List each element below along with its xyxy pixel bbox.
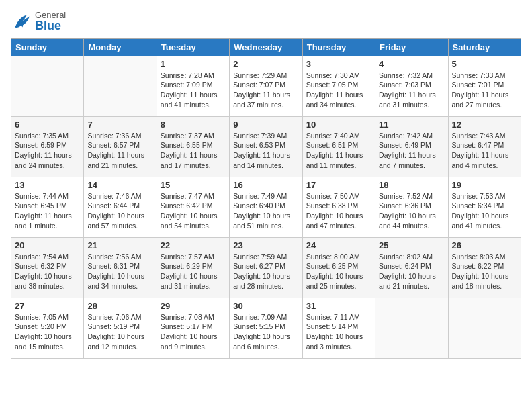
day-number: 10 xyxy=(306,120,371,130)
sunset-text: Sunset: 6:29 PM xyxy=(161,262,213,270)
sunrise-text: Sunrise: 7:08 AM xyxy=(161,313,214,321)
cell-content: Sunrise: 8:03 AM Sunset: 6:22 PM Dayligh… xyxy=(452,252,517,291)
weekday-header-monday: Monday xyxy=(84,38,157,56)
sunset-text: Sunset: 6:45 PM xyxy=(15,201,67,210)
day-number: 11 xyxy=(379,120,444,130)
cell-content: Sunrise: 7:08 AM Sunset: 5:17 PM Dayligh… xyxy=(161,312,226,352)
sunrise-text: Sunrise: 7:47 AM xyxy=(161,192,214,200)
daylight-text: Daylight: 10 hours and 28 minutes. xyxy=(233,272,290,290)
day-number: 9 xyxy=(233,120,298,130)
cell-content: Sunrise: 7:54 AM Sunset: 6:32 PM Dayligh… xyxy=(15,252,80,291)
sunrise-text: Sunrise: 7:09 AM xyxy=(233,313,287,321)
sunrise-text: Sunrise: 7:54 AM xyxy=(15,253,69,261)
page-header: General Blue xyxy=(11,11,521,33)
sunrise-text: Sunrise: 7:36 AM xyxy=(87,132,141,140)
day-number: 27 xyxy=(15,301,80,311)
daylight-text: Daylight: 10 hours and 18 minutes. xyxy=(452,272,509,290)
day-number: 14 xyxy=(87,180,152,190)
day-number: 29 xyxy=(161,301,226,311)
sunrise-text: Sunrise: 8:03 AM xyxy=(452,253,506,261)
calendar-cell: 2 Sunrise: 7:29 AM Sunset: 7:07 PM Dayli… xyxy=(230,56,302,116)
cell-content: Sunrise: 7:11 AM Sunset: 5:14 PM Dayligh… xyxy=(306,312,371,352)
cell-content: Sunrise: 7:40 AM Sunset: 6:51 PM Dayligh… xyxy=(306,131,371,171)
sunset-text: Sunset: 6:22 PM xyxy=(452,262,504,270)
sunrise-text: Sunrise: 7:05 AM xyxy=(15,313,69,321)
sunrise-text: Sunrise: 7:39 AM xyxy=(233,132,287,140)
calendar-cell xyxy=(84,56,157,116)
sunrise-text: Sunrise: 7:35 AM xyxy=(15,132,69,140)
daylight-text: Daylight: 11 hours and 21 minutes. xyxy=(87,151,144,169)
daylight-text: Daylight: 10 hours and 3 minutes. xyxy=(306,332,363,351)
daylight-text: Daylight: 10 hours and 51 minutes. xyxy=(233,212,290,230)
daylight-text: Daylight: 11 hours and 4 minutes. xyxy=(452,151,509,169)
sunrise-text: Sunrise: 7:57 AM xyxy=(161,253,214,261)
cell-content: Sunrise: 7:35 AM Sunset: 6:59 PM Dayligh… xyxy=(15,131,80,171)
sunrise-text: Sunrise: 7:46 AM xyxy=(87,192,141,200)
day-number: 4 xyxy=(379,59,444,69)
sunset-text: Sunset: 6:32 PM xyxy=(15,262,67,270)
day-number: 6 xyxy=(15,120,80,130)
sunset-text: Sunset: 6:38 PM xyxy=(306,201,359,210)
calendar-week-row: 20 Sunrise: 7:54 AM Sunset: 6:32 PM Dayl… xyxy=(11,237,521,298)
sunrise-text: Sunrise: 7:53 AM xyxy=(452,192,506,200)
day-number: 21 xyxy=(87,240,152,250)
sunrise-text: Sunrise: 7:29 AM xyxy=(233,71,287,79)
calendar-table: SundayMondayTuesdayWednesdayThursdayFrid… xyxy=(11,38,521,359)
sunset-text: Sunset: 5:17 PM xyxy=(161,322,213,330)
calendar-cell: 22 Sunrise: 7:57 AM Sunset: 6:29 PM Dayl… xyxy=(157,237,229,298)
cell-content: Sunrise: 7:59 AM Sunset: 6:27 PM Dayligh… xyxy=(233,252,298,291)
calendar-cell: 10 Sunrise: 7:40 AM Sunset: 6:51 PM Dayl… xyxy=(302,116,375,177)
calendar-cell: 7 Sunrise: 7:36 AM Sunset: 6:57 PM Dayli… xyxy=(84,116,157,177)
daylight-text: Daylight: 10 hours and 9 minutes. xyxy=(161,332,218,351)
daylight-text: Daylight: 10 hours and 31 minutes. xyxy=(161,272,218,290)
sunset-text: Sunset: 7:05 PM xyxy=(306,81,359,89)
calendar-cell: 16 Sunrise: 7:49 AM Sunset: 6:40 PM Dayl… xyxy=(230,177,302,237)
sunrise-text: Sunrise: 7:52 AM xyxy=(379,192,433,200)
sunrise-text: Sunrise: 7:44 AM xyxy=(15,192,69,200)
daylight-text: Daylight: 10 hours and 34 minutes. xyxy=(87,272,144,290)
daylight-text: Daylight: 10 hours and 47 minutes. xyxy=(306,212,363,230)
calendar-cell: 13 Sunrise: 7:44 AM Sunset: 6:45 PM Dayl… xyxy=(11,177,84,237)
sunset-text: Sunset: 6:34 PM xyxy=(452,201,504,210)
cell-content: Sunrise: 7:43 AM Sunset: 6:47 PM Dayligh… xyxy=(452,131,517,171)
weekday-header-row: SundayMondayTuesdayWednesdayThursdayFrid… xyxy=(11,38,521,56)
daylight-text: Daylight: 11 hours and 11 minutes. xyxy=(306,151,363,169)
calendar-cell xyxy=(448,298,521,358)
daylight-text: Daylight: 10 hours and 54 minutes. xyxy=(161,212,218,230)
calendar-cell: 3 Sunrise: 7:30 AM Sunset: 7:05 PM Dayli… xyxy=(302,56,375,116)
calendar-cell: 15 Sunrise: 7:47 AM Sunset: 6:42 PM Dayl… xyxy=(157,177,229,237)
calendar-cell: 6 Sunrise: 7:35 AM Sunset: 6:59 PM Dayli… xyxy=(11,116,84,177)
calendar-cell: 9 Sunrise: 7:39 AM Sunset: 6:53 PM Dayli… xyxy=(230,116,302,177)
daylight-text: Daylight: 10 hours and 15 minutes. xyxy=(15,332,72,351)
daylight-text: Daylight: 11 hours and 1 minute. xyxy=(15,212,72,230)
sunrise-text: Sunrise: 7:32 AM xyxy=(379,71,433,79)
cell-content: Sunrise: 7:32 AM Sunset: 7:03 PM Dayligh… xyxy=(379,71,444,110)
cell-content: Sunrise: 7:52 AM Sunset: 6:36 PM Dayligh… xyxy=(379,191,444,231)
sunset-text: Sunset: 6:55 PM xyxy=(161,141,213,149)
sunrise-text: Sunrise: 8:02 AM xyxy=(379,253,433,261)
day-number: 26 xyxy=(452,240,517,250)
cell-content: Sunrise: 7:50 AM Sunset: 6:38 PM Dayligh… xyxy=(306,191,371,231)
daylight-text: Daylight: 10 hours and 21 minutes. xyxy=(379,272,436,290)
weekday-header-wednesday: Wednesday xyxy=(230,38,302,56)
day-number: 30 xyxy=(233,301,298,311)
daylight-text: Daylight: 11 hours and 37 minutes. xyxy=(233,91,290,109)
sunrise-text: Sunrise: 7:42 AM xyxy=(379,132,433,140)
day-number: 19 xyxy=(452,180,517,190)
cell-content: Sunrise: 7:33 AM Sunset: 7:01 PM Dayligh… xyxy=(452,71,517,110)
daylight-text: Daylight: 11 hours and 14 minutes. xyxy=(233,151,290,169)
daylight-text: Daylight: 10 hours and 41 minutes. xyxy=(452,212,509,230)
day-number: 20 xyxy=(15,240,80,250)
cell-content: Sunrise: 8:00 AM Sunset: 6:25 PM Dayligh… xyxy=(306,252,371,291)
calendar-week-row: 27 Sunrise: 7:05 AM Sunset: 5:20 PM Dayl… xyxy=(11,298,521,358)
calendar-week-row: 13 Sunrise: 7:44 AM Sunset: 6:45 PM Dayl… xyxy=(11,177,521,237)
calendar-cell: 11 Sunrise: 7:42 AM Sunset: 6:49 PM Dayl… xyxy=(375,116,448,177)
daylight-text: Daylight: 10 hours and 12 minutes. xyxy=(87,332,144,351)
calendar-cell: 17 Sunrise: 7:50 AM Sunset: 6:38 PM Dayl… xyxy=(302,177,375,237)
day-number: 12 xyxy=(452,120,517,130)
day-number: 5 xyxy=(452,59,517,69)
sunset-text: Sunset: 7:07 PM xyxy=(233,81,285,89)
daylight-text: Daylight: 11 hours and 17 minutes. xyxy=(161,151,218,169)
day-number: 16 xyxy=(233,180,298,190)
daylight-text: Daylight: 10 hours and 38 minutes. xyxy=(15,272,72,290)
